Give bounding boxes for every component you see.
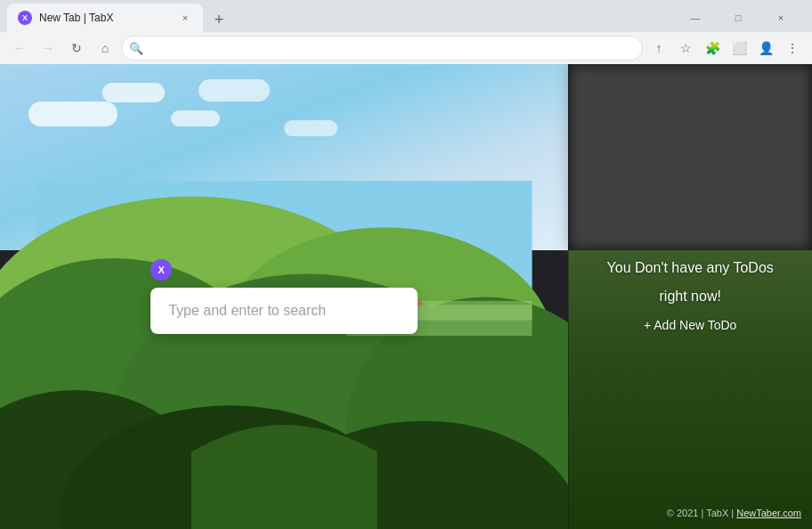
footer: © 2021 | TabX | NewTaber.com xyxy=(667,508,801,518)
search-icon: 🔍 xyxy=(129,42,143,55)
nav-actions: ↑ ☆ 🧩 ⬜ 👤 ⋮ xyxy=(646,36,805,61)
search-box-container: X xyxy=(150,259,418,334)
cloud-1 xyxy=(28,102,118,126)
cloud-2 xyxy=(102,83,165,102)
window-controls: — □ × xyxy=(675,4,805,32)
menu-button[interactable]: ⋮ xyxy=(780,36,805,61)
todo-widget: You Don't have any ToDos right now! + Ad… xyxy=(568,64,812,529)
new-tab-button[interactable]: + xyxy=(207,7,231,32)
tabx-favicon: X xyxy=(150,259,172,281)
cloud-5 xyxy=(284,120,337,136)
footer-copyright: © 2021 | TabX | xyxy=(667,508,736,518)
tab-bar: X New Tab | TabX × + — □ × xyxy=(0,0,812,32)
todo-empty-message-line1: You Don't have any ToDos xyxy=(607,257,774,279)
cloud-3 xyxy=(171,110,220,126)
minimize-button[interactable]: — xyxy=(675,4,716,32)
extensions-button[interactable]: 🧩 xyxy=(700,36,725,61)
landscape-background xyxy=(0,181,568,530)
tab-favicon: X xyxy=(18,11,32,25)
maximize-button[interactable]: □ xyxy=(718,4,759,32)
profile-button[interactable]: 👤 xyxy=(753,36,778,61)
add-todo-button[interactable]: + Add New ToDo xyxy=(637,314,743,336)
forward-button[interactable]: → xyxy=(36,36,61,61)
back-button[interactable]: ← xyxy=(7,36,32,61)
search-input-box[interactable] xyxy=(150,288,418,334)
reload-button[interactable]: ↻ xyxy=(64,36,89,61)
address-input[interactable] xyxy=(149,42,635,55)
address-bar-wrapper[interactable]: 🔍 xyxy=(121,36,643,61)
nav-bar: ← → ↻ ⌂ 🔍 ↑ ☆ 🧩 ⬜ xyxy=(0,32,812,64)
bookmark-button[interactable]: ☆ xyxy=(673,36,698,61)
active-tab[interactable]: X New Tab | TabX × xyxy=(7,4,203,32)
todo-empty-message-line2: right now! xyxy=(660,286,721,307)
search-logo-area: X xyxy=(150,259,418,281)
tab-title: New Tab | TabX xyxy=(39,12,171,24)
cloud-4 xyxy=(199,79,270,102)
sidebar-button[interactable]: ⬜ xyxy=(727,36,751,61)
footer-link[interactable]: NewTaber.com xyxy=(736,508,801,518)
main-content: X You Don't have any ToDos right now! + … xyxy=(0,64,812,529)
home-button[interactable]: ⌂ xyxy=(93,36,118,61)
tab-close-button[interactable]: × xyxy=(178,11,192,25)
share-button[interactable]: ↑ xyxy=(646,36,671,61)
close-window-button[interactable]: × xyxy=(760,4,801,32)
browser-chrome: X New Tab | TabX × + — □ × ← xyxy=(0,0,812,64)
search-input[interactable] xyxy=(168,303,400,319)
